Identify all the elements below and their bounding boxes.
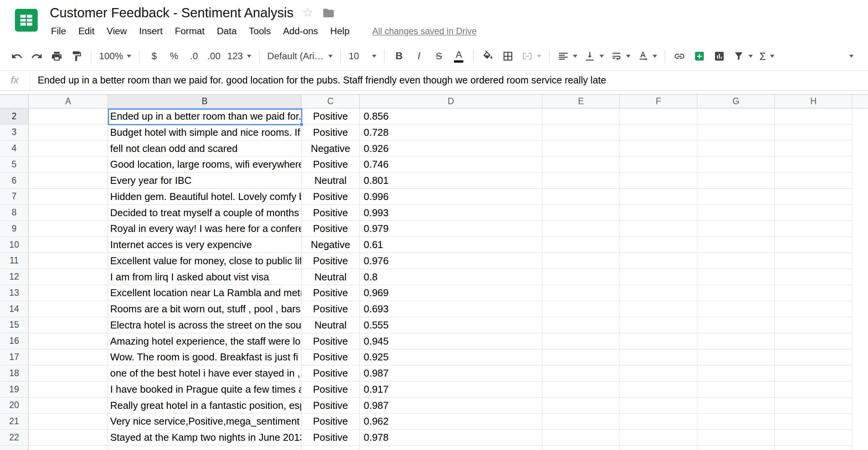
cell-C12[interactable]: Neutral — [302, 269, 360, 285]
cell-F16[interactable] — [620, 333, 698, 350]
star-icon[interactable]: ☆ — [303, 7, 313, 19]
cell-F15[interactable] — [620, 317, 698, 333]
cell-A16[interactable] — [29, 333, 108, 350]
format-percent-button[interactable]: % — [164, 47, 184, 66]
cell-A8[interactable] — [29, 205, 108, 221]
text-color-button[interactable]: A — [449, 47, 469, 66]
row-header-8[interactable]: 8 — [0, 205, 29, 221]
cell-F21[interactable] — [620, 414, 698, 430]
cell-H12[interactable] — [775, 269, 853, 285]
cell-G21[interactable] — [697, 414, 775, 430]
cell-H4[interactable] — [775, 141, 853, 157]
cell-C22[interactable]: Positive — [302, 430, 360, 446]
cell-F17[interactable] — [620, 350, 698, 366]
cell-B14[interactable]: Rooms are a bit worn out, stuff , pool ,… — [108, 301, 302, 317]
cell-E12[interactable] — [542, 269, 620, 285]
insert-chart-button[interactable] — [710, 47, 730, 66]
cell-B20[interactable]: Really great hotel in a fantastic positi… — [108, 398, 302, 414]
text-wrap-button[interactable] — [607, 47, 634, 66]
cell-D18[interactable]: 0.987 — [360, 365, 542, 382]
menu-insert[interactable]: Insert — [133, 24, 169, 38]
cell-G12[interactable] — [697, 269, 775, 285]
cell-F5[interactable] — [620, 157, 698, 173]
column-header-H[interactable]: H — [775, 94, 853, 108]
cell-A11[interactable] — [29, 253, 108, 269]
cell-E16[interactable] — [542, 333, 620, 350]
cell-G13[interactable] — [697, 285, 775, 302]
menu-file[interactable]: File — [50, 24, 72, 38]
cell-E7[interactable] — [542, 189, 620, 205]
cell-H5[interactable] — [775, 157, 853, 173]
format-currency-button[interactable]: $ — [144, 47, 164, 66]
cell-C17[interactable]: Positive — [302, 350, 360, 366]
cell-B18[interactable]: one of the best hotel i have ever stayed… — [108, 365, 302, 382]
cell-F14[interactable] — [620, 301, 698, 317]
cell-C21[interactable]: Positive — [302, 414, 360, 430]
cell-B8[interactable]: Decided to treat myself a couple of mont… — [108, 205, 302, 221]
cell-G19[interactable] — [697, 382, 775, 398]
cell-D20[interactable]: 0.987 — [360, 398, 542, 414]
cell-F9[interactable] — [620, 221, 698, 237]
cell-F19[interactable] — [620, 382, 698, 398]
redo-button[interactable] — [27, 47, 47, 66]
cell-A6[interactable] — [29, 173, 108, 189]
document-title[interactable]: Customer Feedback - Sentiment Analysis — [50, 5, 294, 20]
cell-F20[interactable] — [620, 398, 698, 414]
cell-D4[interactable]: 0.926 — [360, 141, 542, 157]
cell-D3[interactable]: 0.728 — [360, 125, 542, 141]
cell-F12[interactable] — [620, 269, 698, 285]
row-header-14[interactable]: 14 — [0, 301, 29, 317]
cell-E3[interactable] — [542, 125, 620, 141]
cell-H20[interactable] — [775, 398, 853, 414]
cell-D17[interactable]: 0.925 — [360, 350, 542, 366]
cell-C19[interactable]: Positive — [302, 382, 360, 398]
cell-G2[interactable] — [697, 108, 775, 125]
cell-G14[interactable] — [697, 301, 775, 317]
column-header-A[interactable]: A — [29, 94, 108, 108]
cell-D7[interactable]: 0.996 — [360, 189, 542, 205]
cell-B9[interactable]: Royal in every way! I was here for a con… — [108, 221, 302, 237]
insert-link-button[interactable] — [670, 47, 690, 66]
font-family-select[interactable]: Default (Ari… — [264, 47, 336, 66]
cell-G20[interactable] — [697, 398, 775, 414]
cell-G16[interactable] — [697, 333, 775, 350]
cell-A18[interactable] — [29, 365, 108, 382]
column-header-C[interactable]: C — [302, 94, 360, 108]
cell-A20[interactable] — [29, 398, 108, 414]
row-header-20[interactable]: 20 — [0, 398, 29, 414]
row-header-18[interactable]: 18 — [0, 365, 29, 382]
cell-B21[interactable]: Very nice service,Positive,mega_sentimen… — [108, 414, 302, 430]
cell-H16[interactable] — [775, 333, 853, 350]
fill-color-button[interactable] — [478, 47, 498, 66]
cell-D15[interactable]: 0.555 — [360, 317, 542, 333]
cell-D8[interactable]: 0.993 — [360, 205, 542, 221]
vertical-align-button[interactable] — [580, 47, 607, 66]
cell-A22[interactable] — [29, 430, 108, 446]
cell-B15[interactable]: Electra hotel is across the street on th… — [108, 317, 302, 333]
cell-A7[interactable] — [29, 189, 108, 205]
cell-E22[interactable] — [542, 430, 620, 446]
cell-H11[interactable] — [775, 253, 853, 269]
cell-B6[interactable]: Every year for IBC — [108, 173, 302, 189]
cell-G3[interactable] — [697, 125, 775, 141]
cell-C2[interactable]: Positive — [302, 108, 360, 125]
cell-D13[interactable]: 0.969 — [360, 285, 542, 302]
cell-B11[interactable]: Excellent value for money, close to publ… — [108, 253, 302, 269]
bold-button[interactable]: B — [389, 47, 409, 66]
row-header-7[interactable]: 7 — [0, 189, 29, 205]
menu-format[interactable]: Format — [169, 24, 211, 38]
row-header-6[interactable]: 6 — [0, 173, 29, 189]
filter-button[interactable] — [730, 47, 756, 66]
row-header-15[interactable]: 15 — [0, 317, 29, 333]
row-header-12[interactable]: 12 — [0, 269, 29, 285]
print-button[interactable] — [47, 47, 67, 66]
cell-D11[interactable]: 0.976 — [360, 253, 542, 269]
cell-B13[interactable]: Excellent location near La Rambla and me… — [108, 285, 302, 302]
cell-H13[interactable] — [775, 285, 853, 302]
cell-C14[interactable]: Positive — [302, 301, 360, 317]
cell-C15[interactable]: Neutral — [302, 317, 360, 333]
cell-E4[interactable] — [542, 141, 620, 157]
cell-E11[interactable] — [542, 253, 620, 269]
column-header-D[interactable]: D — [360, 94, 542, 108]
cell-C16[interactable]: Positive — [302, 333, 360, 350]
